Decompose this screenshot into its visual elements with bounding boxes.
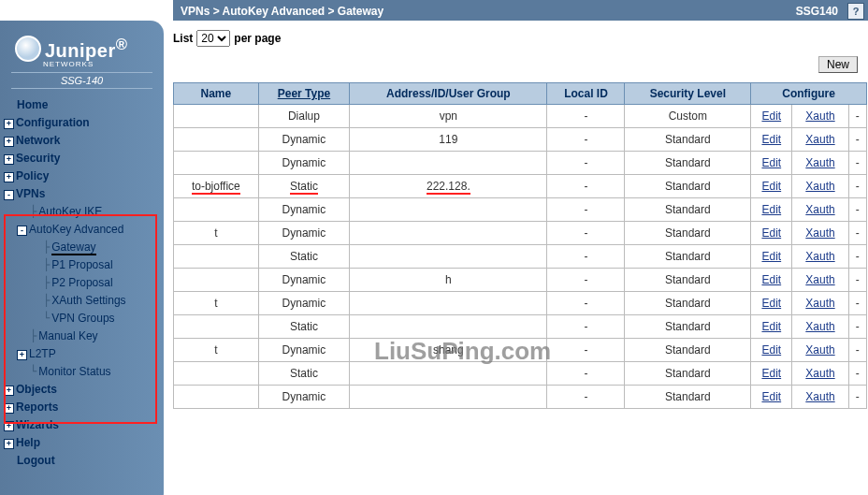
cell-dash: - — [848, 315, 866, 339]
cell-local: - — [547, 339, 625, 362]
cell-xauth[interactable]: Xauth — [792, 152, 848, 175]
table-row: tDynamic-StandardEditXauth- — [174, 292, 867, 315]
cell-xauth[interactable]: Xauth — [792, 292, 848, 315]
cell-xauth[interactable]: Xauth — [792, 198, 848, 222]
cell-local: - — [547, 292, 625, 315]
nav-p1-proposal[interactable]: ├P1 Proposal — [30, 256, 160, 274]
cell-name: to-bjoffice — [174, 175, 259, 198]
nav-vpns[interactable]: -VPNs — [4, 185, 160, 203]
cell-local: - — [547, 386, 625, 409]
cell-name — [174, 386, 259, 409]
cell-xauth[interactable]: Xauth — [792, 339, 848, 362]
cell-dash: - — [848, 152, 866, 175]
nav-l2tp[interactable]: +L2TP — [17, 345, 160, 363]
cell-dash: - — [848, 292, 866, 315]
cell-edit[interactable]: Edit — [751, 362, 792, 386]
nav-network[interactable]: +Network — [4, 132, 160, 150]
nav-manual-key[interactable]: ├Manual Key — [17, 328, 160, 345]
cell-dash: - — [848, 339, 866, 362]
gateway-table: Name Peer Type Address/ID/User Group Loc… — [173, 82, 867, 409]
cell-name — [174, 198, 259, 222]
col-peer-type[interactable]: Peer Type — [258, 83, 350, 105]
cell-edit[interactable]: Edit — [751, 245, 792, 269]
cell-edit[interactable]: Edit — [751, 222, 792, 245]
content-area: List 20 per page New Name Peer Type Addr… — [173, 22, 867, 495]
cell-xauth[interactable]: Xauth — [792, 128, 848, 152]
breadcrumb: VPNs > AutoKey Advanced > Gateway — [181, 5, 383, 18]
nav-security[interactable]: +Security — [4, 150, 160, 167]
cell-addr: h — [350, 269, 547, 292]
cell-name: t — [174, 339, 259, 362]
nav-gateway[interactable]: ├Gateway — [30, 239, 160, 256]
cell-xauth[interactable]: Xauth — [792, 269, 848, 292]
cell-name — [174, 105, 259, 128]
cell-edit[interactable]: Edit — [751, 386, 792, 409]
cell-addr: vpn — [350, 105, 547, 128]
cell-name: t — [174, 292, 259, 315]
nav-objects[interactable]: +Objects — [4, 381, 160, 399]
new-button[interactable]: New — [818, 56, 858, 73]
cell-addr — [350, 198, 547, 222]
cell-addr — [350, 222, 547, 245]
col-configure: Configure — [751, 83, 867, 105]
nav-autokey-ike[interactable]: ├AutoKey IKE — [17, 203, 160, 221]
list-select[interactable]: 20 — [196, 30, 230, 47]
nav-help[interactable]: +Help — [4, 434, 160, 452]
cell-xauth[interactable]: Xauth — [792, 362, 848, 386]
nav-configuration[interactable]: +Configuration — [4, 114, 160, 132]
cell-edit[interactable]: Edit — [751, 292, 792, 315]
cell-edit[interactable]: Edit — [751, 339, 792, 362]
cell-addr — [350, 245, 547, 269]
cell-edit[interactable]: Edit — [751, 175, 792, 198]
nav-monitor-status[interactable]: └Monitor Status — [17, 363, 160, 381]
device-model: SSG140 — [796, 5, 838, 18]
table-row: tDynamic-StandardEditXauth- — [174, 222, 867, 245]
cell-dash: - — [848, 128, 866, 152]
cell-edit[interactable]: Edit — [751, 128, 792, 152]
cell-edit[interactable]: Edit — [751, 105, 792, 128]
cell-local: - — [547, 175, 625, 198]
cell-local: - — [547, 128, 625, 152]
cell-dash: - — [848, 245, 866, 269]
cell-xauth[interactable]: Xauth — [792, 315, 848, 339]
list-suffix: per page — [234, 32, 281, 45]
cell-sec: Standard — [625, 128, 751, 152]
nav-home[interactable]: Home — [4, 96, 160, 114]
nav-xauth-settings[interactable]: ├XAuth Settings — [30, 292, 160, 310]
table-row: tDynamicshang-StandardEditXauth- — [174, 339, 867, 362]
nav-reports[interactable]: +Reports — [4, 399, 160, 416]
cell-name — [174, 245, 259, 269]
cell-sec: Standard — [625, 269, 751, 292]
table-row: Dynamic119-StandardEditXauth- — [174, 128, 867, 152]
cell-peer: Static — [258, 315, 350, 339]
nav-autokey-advanced[interactable]: -AutoKey Advanced — [17, 221, 160, 239]
nav-logout[interactable]: Logout — [4, 452, 160, 470]
cell-sec: Standard — [625, 198, 751, 222]
cell-sec: Standard — [625, 152, 751, 175]
table-row: Static-StandardEditXauth- — [174, 315, 867, 339]
nav-policy[interactable]: +Policy — [4, 167, 160, 185]
cell-dash: - — [848, 362, 866, 386]
sidebar: Juniper® NETWORKS SSG-140 Home +Configur… — [0, 21, 164, 495]
nav-vpn-groups[interactable]: └VPN Groups — [30, 310, 160, 328]
help-icon[interactable]: ? — [847, 3, 864, 20]
cell-peer: Dialup — [258, 105, 350, 128]
cell-xauth[interactable]: Xauth — [792, 175, 848, 198]
cell-edit[interactable]: Edit — [751, 152, 792, 175]
cell-edit[interactable]: Edit — [751, 198, 792, 222]
col-address: Address/ID/User Group — [350, 83, 547, 105]
logo: Juniper® — [0, 32, 164, 64]
cell-name — [174, 362, 259, 386]
cell-xauth[interactable]: Xauth — [792, 386, 848, 409]
cell-xauth[interactable]: Xauth — [792, 105, 848, 128]
cell-edit[interactable]: Edit — [751, 315, 792, 339]
cell-edit[interactable]: Edit — [751, 269, 792, 292]
cell-addr — [350, 315, 547, 339]
cell-addr: 222.128. — [350, 175, 547, 198]
nav-wizards[interactable]: +Wizards — [4, 416, 160, 434]
cell-xauth[interactable]: Xauth — [792, 222, 848, 245]
cell-xauth[interactable]: Xauth — [792, 245, 848, 269]
globe-icon — [15, 36, 41, 62]
nav-p2-proposal[interactable]: ├P2 Proposal — [30, 274, 160, 292]
cell-sec: Standard — [625, 175, 751, 198]
